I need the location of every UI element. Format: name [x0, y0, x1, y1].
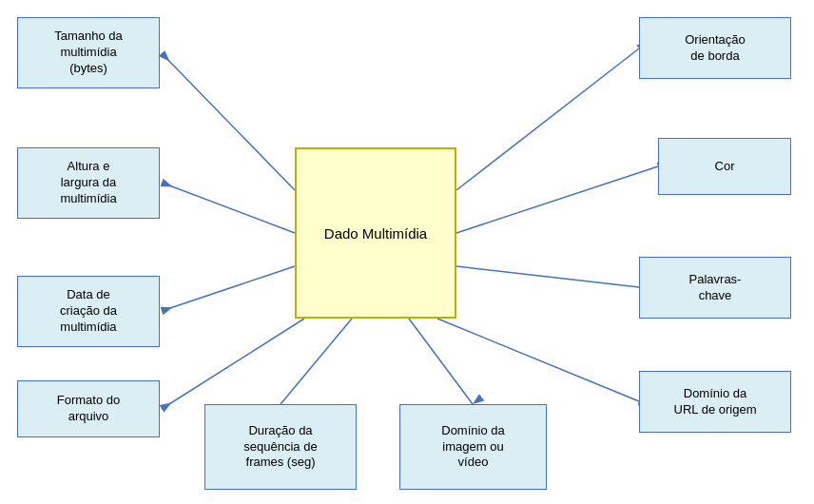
node-altura-label: Altura elargura damultimídia — [60, 159, 116, 207]
node-dominio-url: Domínio daURL de origem — [639, 371, 791, 433]
svg-line-7 — [456, 48, 639, 190]
svg-line-11 — [281, 319, 352, 404]
diagram-container: Dado Multimídia Tamanho damultimídia(byt… — [0, 0, 814, 504]
node-orientacao-label: Orientaçãode borda — [685, 32, 746, 65]
node-altura: Altura elargura damultimídia — [17, 147, 160, 219]
node-formato-label: Formato doarquivo — [57, 393, 120, 425]
svg-line-8 — [456, 166, 658, 233]
node-palavras: Palavras-chave — [639, 257, 791, 319]
node-data-label: Data decriação damultimídia — [60, 287, 117, 336]
node-tamanho-label: Tamanho damultimídia(bytes) — [54, 29, 123, 77]
node-duracao: Duração dasequência deframes (seg) — [204, 404, 357, 490]
center-node: Dado Multimídia — [295, 147, 456, 319]
svg-line-10 — [437, 319, 639, 401]
node-dominio-img-label: Domínio daimagem ouvídeo — [441, 423, 504, 472]
node-cor-label: Cor — [715, 159, 735, 175]
svg-line-3 — [162, 53, 295, 190]
node-duracao-label: Duração dasequência deframes (seg) — [243, 423, 317, 472]
svg-line-9 — [456, 266, 639, 287]
node-formato: Formato doarquivo — [17, 380, 160, 437]
node-orientacao: Orientaçãode borda — [639, 17, 791, 79]
node-dominio-url-label: Domínio daURL de origem — [674, 386, 757, 418]
svg-line-4 — [162, 183, 295, 233]
node-data: Data decriação damultimídia — [17, 276, 160, 347]
node-palavras-label: Palavras-chave — [689, 272, 742, 304]
node-cor: Cor — [658, 138, 791, 195]
node-dominio-img: Domínio daimagem ouvídeo — [399, 404, 547, 490]
svg-line-5 — [162, 266, 295, 311]
center-node-label: Dado Multimídia — [324, 223, 427, 243]
svg-line-6 — [162, 319, 304, 409]
node-tamanho: Tamanho damultimídia(bytes) — [17, 17, 160, 88]
svg-line-12 — [409, 319, 473, 404]
